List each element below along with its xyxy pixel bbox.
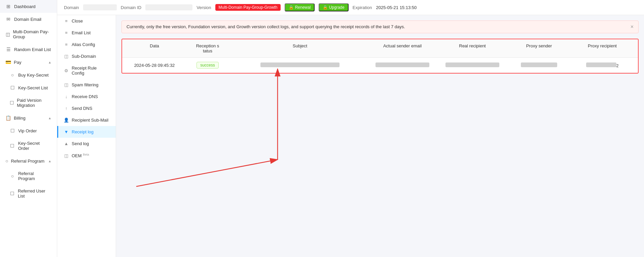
spam-filter-icon: ◫ — [64, 82, 69, 87]
submenu-item-oem[interactable]: ◫ OEM Beta — [57, 149, 116, 162]
col-proxy-sender: Proxy sender — [509, 43, 569, 53]
paid-migration-icon: ☐ — [9, 100, 14, 105]
receipt-rule-icon: ⚙ — [64, 68, 69, 73]
domain-value — [83, 4, 117, 10]
submenu-item-receipt-rule[interactable]: ⚙ Receipt Rule Config — [57, 62, 116, 79]
submenu-label: Alias Config — [72, 42, 95, 47]
sidebar-group-pay[interactable]: 💳 Pay ▲ — [0, 56, 57, 69]
receive-dns-icon: ↓ — [64, 94, 69, 99]
pay-chevron-icon: ▲ — [48, 60, 51, 64]
left-sidebar: ⊞ Dashboard ✉ Domain Email ◫ Multi-Domai… — [0, 0, 57, 257]
submenu-label: Recipient Sub-Mail — [72, 118, 108, 123]
submenu-item-receive-dns[interactable]: ↓ Receive DNS — [57, 91, 116, 102]
sidebar-item-label: Key-Secret List — [18, 85, 48, 90]
submenu-item-alias-config[interactable]: ≡ Alias Config — [57, 39, 116, 50]
sidebar-group-label: Pay — [14, 60, 21, 65]
cell-date: 2024-05-28 09:45:32 — [128, 63, 181, 68]
proxy-sender-blurred — [521, 62, 557, 67]
sidebar-item-key-order[interactable]: ☐ Key-Secret Order — [0, 137, 57, 155]
alert-banner: Currently, only the free version, Founda… — [121, 20, 639, 33]
submenu-label: OEM Beta — [72, 153, 89, 158]
actual-sender-blurred — [375, 62, 429, 67]
cell-subject — [234, 62, 366, 68]
sidebar-item-dashboard[interactable]: ⊞ Dashboard — [0, 0, 57, 13]
submenu-item-receipt-log[interactable]: ▼ Receipt log — [57, 126, 116, 138]
sidebar-group-referral[interactable]: ○ Referral Program ▲ — [0, 155, 57, 167]
submenu-label: Send DNS — [72, 106, 92, 111]
referral-icon: ○ — [5, 158, 8, 164]
content-area: ≡ Close ≡ Email List ≡ Alias Config ◫ Su… — [57, 15, 644, 257]
sidebar-item-referred-user[interactable]: ☐ Referred User List — [0, 185, 57, 202]
expiration-value: 2025-05-21 15:13:50 — [376, 5, 417, 10]
receipt-log-icon: ▼ — [64, 129, 69, 134]
col-subject: Subject — [234, 43, 366, 53]
col-actual-sender: Actual sender email — [369, 43, 436, 53]
submenu-item-recipient-sub[interactable]: 👤 Recipient Sub-Mail — [57, 114, 116, 126]
sidebar-item-label: Paid Version Migration — [17, 98, 51, 108]
send-log-icon: ▲ — [64, 141, 69, 146]
sidebar-item-label: Multi-Domain Pay-Group — [13, 29, 51, 39]
sidebar-item-key-list[interactable]: ☐ Key-Secret List — [0, 81, 57, 94]
table-row: 2024-05-28 09:45:32 success — [122, 58, 638, 73]
main-content: Domain Domain ID Version Multi-Domain Pa… — [57, 0, 644, 257]
sidebar-item-domain-email[interactable]: ✉ Domain Email — [0, 13, 57, 26]
col-real-recipient: Real recipient — [439, 43, 506, 53]
key-list-icon: ☐ — [9, 85, 15, 90]
pay-icon: 💳 — [5, 59, 11, 65]
version-label: Version — [196, 5, 211, 10]
submenu-item-send-log[interactable]: ▲ Send log — [57, 138, 116, 149]
dashboard-icon: ⊞ — [5, 4, 11, 9]
referral-chevron-icon: ▲ — [48, 159, 51, 163]
page-body: Currently, only the free version, Founda… — [116, 15, 644, 257]
proxy-recipient-suffix: 2 — [616, 63, 619, 68]
cell-real-recipient — [439, 62, 506, 68]
col-status: Reception status — [184, 43, 231, 53]
domain-email-icon: ✉ — [5, 16, 11, 22]
col-data: Data — [128, 43, 181, 53]
sub-domain-icon: ◫ — [64, 54, 69, 59]
vip-order-icon: ☐ — [9, 128, 15, 133]
submenu-label: Receive DNS — [72, 94, 98, 99]
sidebar-item-buy-key[interactable]: ○ Buy Key-Secret — [0, 69, 57, 81]
cell-proxy-recipient: 2 — [572, 62, 633, 68]
sidebar-item-label: Referred User List — [18, 188, 51, 199]
submenu-label: Receipt log — [72, 129, 94, 134]
version-badge: Multi-Domain Pay-Group-Growth — [215, 4, 281, 11]
cell-actual-sender — [369, 62, 436, 68]
sidebar-item-label: Random Email List — [14, 47, 51, 52]
submenu-item-close[interactable]: ≡ Close — [57, 15, 116, 27]
alert-close-button[interactable]: × — [631, 24, 634, 30]
submenu-label: Sub-Domain — [72, 54, 96, 59]
topbar: Domain Domain ID Version Multi-Domain Pa… — [57, 0, 644, 15]
submenu-item-email-list[interactable]: ≡ Email List — [57, 27, 116, 39]
sidebar-item-multi-domain[interactable]: ◫ Multi-Domain Pay-Group — [0, 26, 57, 43]
real-recipient-blurred — [445, 62, 499, 67]
subject-blurred — [260, 62, 340, 67]
submenu-label: Send log — [72, 141, 89, 146]
sidebar-item-vip-order[interactable]: ☐ Vip Order — [0, 124, 57, 137]
submenu-item-spam-filter[interactable]: ◫ Spam filtering — [57, 79, 116, 91]
proxy-recipient-blurred — [586, 62, 616, 67]
sidebar-item-paid-migration[interactable]: ☐ Paid Version Migration — [0, 94, 57, 112]
recipient-sub-icon: 👤 — [64, 118, 69, 123]
pay-submenu: ○ Buy Key-Secret ☐ Key-Secret List ☐ Pai… — [0, 69, 57, 112]
billing-submenu: ☐ Vip Order ☐ Key-Secret Order — [0, 124, 57, 155]
billing-chevron-icon: ▲ — [48, 116, 51, 120]
sidebar-group-label: Referral Program — [11, 159, 44, 164]
sidebar-item-label: Key-Secret Order — [18, 141, 51, 151]
renewal-button[interactable]: 🔒 Renewal — [285, 3, 315, 11]
submenu-label: Spam filtering — [72, 82, 98, 87]
sidebar-item-referral-program[interactable]: ○ Referral Program — [0, 167, 57, 185]
cell-proxy-sender — [509, 62, 569, 68]
send-dns-icon: ↑ — [64, 106, 69, 111]
expiration-label: Expiration — [353, 5, 372, 10]
sidebar-group-billing[interactable]: 📋 Billing ▲ — [0, 112, 57, 124]
alert-text: Currently, only the free version, Founda… — [127, 24, 405, 29]
submenu: ≡ Close ≡ Email List ≡ Alias Config ◫ Su… — [57, 15, 116, 257]
upgrade-button[interactable]: 🔒 Upgrade — [319, 3, 348, 11]
sidebar-item-random-email[interactable]: ☰ Random Email List — [0, 43, 57, 56]
submenu-item-send-dns[interactable]: ↑ Send DNS — [57, 102, 116, 114]
key-order-icon: ☐ — [9, 143, 15, 148]
submenu-item-sub-domain[interactable]: ◫ Sub-Domain — [57, 50, 116, 62]
domain-id-value — [145, 4, 192, 10]
